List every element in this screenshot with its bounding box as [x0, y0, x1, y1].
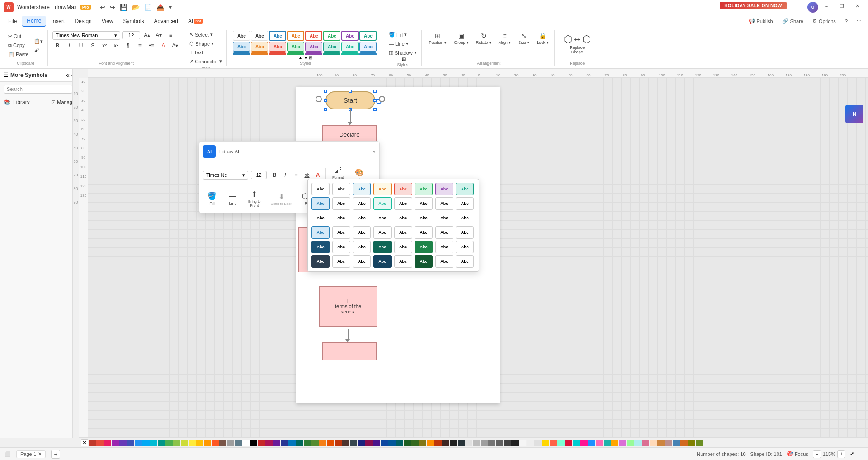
- sidebar-collapse-icon[interactable]: «: [66, 71, 70, 79]
- zoom-in-button[interactable]: +: [837, 450, 845, 458]
- shape-option[interactable]: Abc: [456, 197, 474, 210]
- page-layout-icon[interactable]: ⬜: [5, 451, 11, 457]
- shape-option[interactable]: Abc: [456, 241, 474, 253]
- menu-insert[interactable]: Insert: [47, 16, 69, 26]
- color-swatch[interactable]: [642, 440, 649, 446]
- style-swatch[interactable]: Abc: [323, 42, 340, 52]
- size-button[interactable]: ⤡ Size ▾: [515, 31, 532, 46]
- menu-design[interactable]: Design: [70, 16, 96, 26]
- edraw-ai-canvas-icon[interactable]: N: [845, 105, 863, 123]
- print-shape[interactable]: Pterms of theseries.: [319, 286, 377, 327]
- ft-fill-button[interactable]: 🪣 Fill: [203, 190, 221, 208]
- position-button[interactable]: ⊞ Position ▾: [426, 31, 450, 46]
- shape-option[interactable]: Abc: [332, 183, 350, 195]
- lock-button[interactable]: 🔒 Lock ▾: [534, 31, 552, 46]
- color-swatch[interactable]: [458, 440, 465, 446]
- shape-option[interactable]: Abc: [415, 255, 433, 268]
- bold-button[interactable]: B: [52, 41, 62, 50]
- styles-more[interactable]: ⊞: [309, 55, 312, 60]
- ft-send-to-back-button[interactable]: ⬇ Send to Back: [267, 190, 296, 208]
- color-swatch[interactable]: [580, 440, 588, 446]
- color-swatch[interactable]: [573, 440, 580, 446]
- ft-italic-button[interactable]: I: [280, 171, 290, 180]
- shape-option[interactable]: Abc: [353, 241, 371, 253]
- export-button[interactable]: 📤: [155, 3, 166, 12]
- shape-button[interactable]: ⬡ Shape ▾: [188, 40, 224, 47]
- color-swatch[interactable]: [427, 440, 434, 446]
- color-swatch[interactable]: [534, 440, 542, 446]
- color-swatch[interactable]: [450, 440, 457, 446]
- color-swatch[interactable]: [488, 440, 495, 446]
- shape-option[interactable]: Abc: [353, 183, 371, 195]
- fill-color-button[interactable]: A▾: [170, 41, 180, 50]
- style-swatch[interactable]: Abc: [233, 31, 250, 41]
- color-swatch[interactable]: [165, 440, 173, 446]
- shape-option[interactable]: Abc: [332, 212, 350, 224]
- color-swatch[interactable]: [442, 440, 449, 446]
- start-shape[interactable]: Start: [326, 91, 375, 109]
- color-swatch[interactable]: [365, 440, 373, 446]
- color-swatch[interactable]: [473, 440, 480, 446]
- color-swatch[interactable]: [196, 440, 203, 446]
- redo-button[interactable]: ↪: [108, 3, 117, 12]
- shape-option[interactable]: Abc: [435, 183, 453, 195]
- style-swatch[interactable]: Abc: [287, 42, 304, 52]
- color-swatch[interactable]: [181, 440, 188, 446]
- align-button-ribbon[interactable]: ≡ Align ▾: [496, 31, 514, 46]
- color-swatch[interactable]: [311, 440, 319, 446]
- color-swatch[interactable]: [235, 440, 242, 446]
- shape-option[interactable]: Abc: [456, 255, 474, 268]
- shape-option[interactable]: Abc: [435, 212, 453, 224]
- decrease-font-button[interactable]: A▾: [154, 31, 164, 40]
- bullet-button[interactable]: •≡: [146, 41, 156, 50]
- fit-page-button[interactable]: ⤢: [850, 451, 854, 457]
- shape-option[interactable]: Abc: [415, 241, 433, 253]
- style-swatch[interactable]: Abc: [251, 52, 268, 55]
- user-avatar[interactable]: U: [807, 2, 818, 13]
- shape-option[interactable]: Abc: [311, 241, 330, 253]
- shape-option[interactable]: Abc: [435, 226, 453, 239]
- shape-option[interactable]: Abc: [332, 255, 350, 268]
- shape-option[interactable]: Abc: [415, 197, 433, 210]
- color-swatch[interactable]: [335, 440, 342, 446]
- color-swatch[interactable]: [511, 440, 519, 446]
- color-swatch[interactable]: [673, 440, 680, 446]
- publish-button[interactable]: 📢 Publish: [746, 17, 776, 25]
- color-swatch[interactable]: [135, 440, 142, 446]
- color-swatch[interactable]: [627, 440, 634, 446]
- sidebar-menu-icon[interactable]: ☰: [4, 72, 9, 78]
- color-swatch[interactable]: [250, 440, 257, 446]
- paste-button[interactable]: 📋 Paste: [6, 51, 30, 58]
- ft-font-color-button[interactable]: A: [313, 171, 323, 180]
- style-swatch[interactable]: Abc: [341, 42, 359, 52]
- color-swatch[interactable]: [242, 440, 250, 446]
- style-swatch[interactable]: Abc: [305, 31, 322, 41]
- color-swatch[interactable]: [496, 440, 503, 446]
- page-tab-close[interactable]: ✕: [38, 451, 42, 456]
- rotate-button[interactable]: ↻ Rotate ▾: [473, 31, 494, 46]
- color-swatch[interactable]: [557, 440, 565, 446]
- handle-ml[interactable]: [324, 99, 327, 102]
- color-swatch[interactable]: [342, 440, 349, 446]
- shape-option[interactable]: Abc: [332, 241, 350, 253]
- style-swatch[interactable]: Abc: [359, 42, 377, 52]
- color-swatch[interactable]: [396, 440, 403, 446]
- font-color-button[interactable]: A: [158, 41, 168, 50]
- shape-option[interactable]: Abc: [415, 183, 433, 195]
- nav-handle-right[interactable]: [379, 96, 385, 102]
- style-swatch[interactable]: Abc: [269, 31, 286, 41]
- menu-symbols[interactable]: Symbols: [119, 16, 149, 26]
- ft-line-button[interactable]: — Line: [224, 190, 242, 208]
- underline-button[interactable]: U: [76, 41, 86, 50]
- color-swatch[interactable]: [304, 440, 311, 446]
- shape-option[interactable]: Abc: [373, 197, 392, 210]
- text-button[interactable]: T Text: [188, 49, 224, 56]
- color-swatch[interactable]: [657, 440, 665, 446]
- page-tab[interactable]: Page-1 ✕: [16, 450, 46, 458]
- shape-option[interactable]: Abc: [456, 226, 474, 239]
- shape-option[interactable]: Abc: [394, 255, 412, 268]
- color-swatch[interactable]: [611, 440, 618, 446]
- color-swatch[interactable]: [219, 440, 226, 446]
- menu-view[interactable]: View: [97, 16, 118, 26]
- color-swatch[interactable]: [288, 440, 296, 446]
